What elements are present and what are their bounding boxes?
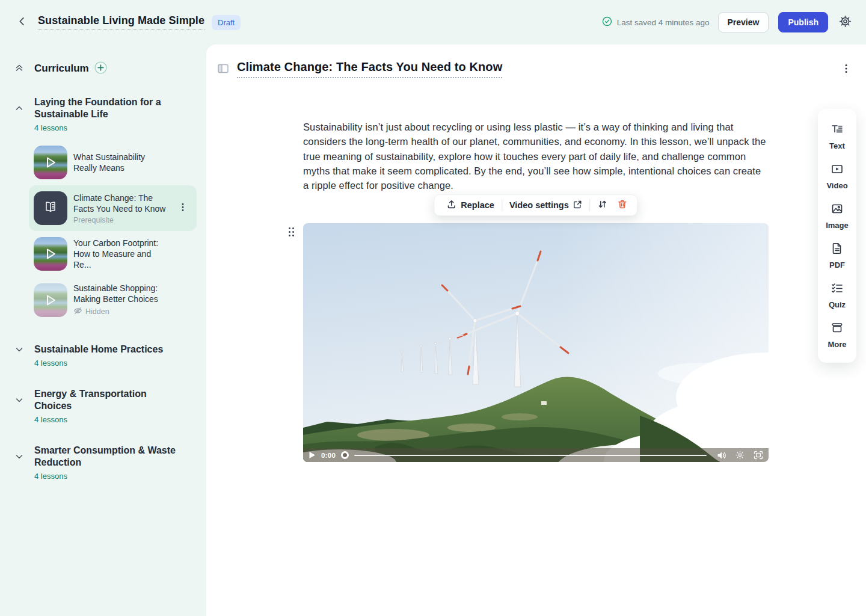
video-block: 0:00 (303, 223, 769, 462)
more-blocks-button[interactable]: More (818, 315, 856, 355)
add-text-block-button[interactable]: Text (818, 117, 856, 156)
section-header[interactable]: Smarter Consumption & Waste Reduction (14, 445, 197, 469)
plus-circle-icon (94, 61, 107, 76)
pdf-block-icon (831, 242, 844, 257)
play-icon (34, 237, 67, 271)
kebab-icon (842, 63, 850, 76)
chevron-down-icon (14, 452, 24, 461)
section-lesson-count: 4 lessons (34, 415, 197, 424)
back-button[interactable] (14, 14, 29, 31)
topbar-actions: Last saved 4 minutes ago Preview Publish (602, 12, 854, 32)
chevron-down-icon (14, 345, 24, 354)
volume-button[interactable] (717, 451, 726, 460)
kebab-icon (179, 203, 187, 214)
top-bar: Sustainable Living Made Simple Draft Las… (0, 0, 866, 45)
panel-layout-icon (218, 64, 229, 75)
status-badge: Draft (212, 15, 241, 30)
section-title: Smarter Consumption & Waste Reduction (34, 445, 186, 469)
move-block-button[interactable] (592, 199, 614, 211)
video-thumbnail (34, 146, 67, 179)
add-section-button[interactable] (94, 61, 107, 76)
section-title: Sustainable Home Practices (34, 343, 163, 356)
curriculum-header: Curriculum (14, 61, 197, 76)
palette-label: Video (826, 181, 847, 190)
add-video-block-button[interactable]: Video (818, 156, 856, 196)
settings-button[interactable] (837, 13, 854, 32)
book-icon (43, 199, 58, 217)
upload-icon (446, 199, 456, 211)
add-pdf-block-button[interactable]: PDF (818, 236, 856, 276)
toolbar-divider (502, 199, 502, 211)
lesson-menu-button[interactable] (176, 200, 189, 217)
lesson-item-climate-change[interactable]: Climate Change: The Facts You Need to Kn… (29, 185, 197, 231)
section-header[interactable]: Sustainable Home Practices (14, 343, 197, 356)
more-blocks-icon (831, 321, 844, 336)
section-title: Laying the Foundation for a Sustainable … (34, 96, 186, 120)
lesson-editor-panel: Climate Change: The Facts You Need to Kn… (206, 45, 866, 616)
reading-thumbnail (34, 191, 67, 225)
section-lesson-count: 4 lessons (34, 472, 197, 481)
drag-handle-icon[interactable] (288, 227, 295, 239)
section-title: Energy & Transportation Choices (34, 388, 186, 412)
video-thumbnail (34, 237, 67, 271)
player-right-controls (717, 451, 763, 460)
fullscreen-button[interactable] (754, 451, 763, 460)
toggle-sidebar-button[interactable] (218, 64, 229, 75)
toolbar-divider (590, 199, 591, 211)
lesson-item-sustainable-shopping[interactable]: Sustainable Shopping: Making Better Choi… (29, 277, 197, 323)
play-button[interactable] (309, 451, 316, 459)
curriculum-section: Smarter Consumption & Waste Reduction 4 … (14, 445, 197, 481)
eye-off-icon (73, 306, 82, 317)
lesson-meta-hidden: Hidden (73, 306, 168, 317)
replace-video-button[interactable]: Replace (440, 199, 500, 211)
hidden-label: Hidden (85, 307, 109, 316)
add-image-block-button[interactable]: Image (818, 196, 856, 236)
palette-label: Image (826, 221, 849, 230)
last-saved-text: Last saved 4 minutes ago (617, 18, 710, 27)
video-settings-label: Video settings (509, 200, 569, 210)
lesson-meta-prerequisite: Prerequisite (73, 216, 168, 224)
lesson-header: Climate Change: The Facts You Need to Kn… (206, 45, 866, 78)
curriculum-sidebar: Curriculum Laying the Foundation for a S… (0, 45, 206, 616)
text-block-icon (831, 123, 844, 138)
preview-button[interactable]: Preview (718, 12, 769, 32)
palette-label: Text (829, 141, 845, 150)
palette-label: Quiz (829, 300, 846, 309)
lesson-title: Your Carbon Footprint: How to Measure an… (73, 238, 168, 270)
lesson-title: Sustainable Shopping: Making Better Choi… (73, 283, 168, 304)
palette-label: More (828, 340, 846, 349)
external-link-icon (573, 200, 583, 211)
section-lesson-count: 4 lessons (34, 123, 197, 132)
lesson-title: What Sustainability Really Means (73, 152, 168, 173)
current-time: 0:00 (321, 452, 336, 459)
video-player[interactable]: 0:00 (303, 223, 769, 462)
wind-farm-illustration (303, 223, 769, 462)
collapse-all-button[interactable] (14, 63, 24, 75)
lesson-item-carbon-footprint[interactable]: Your Carbon Footprint: How to Measure an… (29, 231, 197, 277)
block-palette: Text Video Image PDF Quiz (818, 109, 856, 363)
lesson-item-what-sustainability[interactable]: What Sustainability Really Means (29, 140, 197, 185)
lesson-title: Climate Change: The Facts You Need to Kn… (73, 192, 168, 214)
palette-label: PDF (829, 260, 845, 270)
section-header[interactable]: Laying the Foundation for a Sustainable … (14, 96, 197, 120)
video-thumbnail-hidden (34, 283, 67, 317)
chevron-down-icon (14, 395, 24, 405)
back-chevron-icon (17, 16, 27, 28)
image-block-icon (831, 202, 844, 217)
lesson-options-button[interactable] (840, 61, 853, 78)
check-circle-icon (602, 16, 612, 28)
section-header[interactable]: Energy & Transportation Choices (14, 388, 197, 412)
lesson-paragraph[interactable]: Sustainability isn’t just about recyclin… (303, 120, 769, 192)
player-settings-button[interactable] (735, 451, 745, 460)
course-title[interactable]: Sustainable Living Made Simple (38, 14, 204, 30)
seek-handle[interactable] (341, 451, 349, 459)
double-chevron-up-icon (14, 63, 24, 75)
add-quiz-block-button[interactable]: Quiz (818, 276, 856, 315)
sort-arrows-icon (598, 199, 608, 211)
lesson-title-field[interactable]: Climate Change: The Facts You Need to Kn… (237, 60, 502, 78)
publish-button[interactable]: Publish (778, 12, 828, 32)
player-controls: 0:00 (303, 448, 769, 462)
delete-block-button[interactable] (614, 199, 631, 211)
seek-bar[interactable] (354, 455, 707, 456)
video-settings-button[interactable]: Video settings (503, 200, 589, 211)
